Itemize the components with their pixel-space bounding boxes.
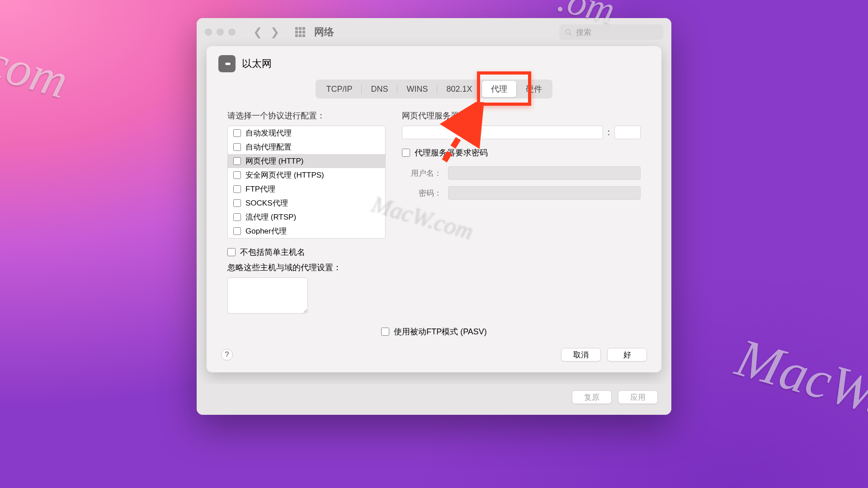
- proxy-port-input[interactable]: [614, 126, 641, 139]
- help-button[interactable]: ?: [221, 349, 233, 361]
- sheet-title: 以太网: [242, 57, 272, 70]
- annotation-arrow-icon: [435, 102, 490, 165]
- watermark: MacW.c: [729, 326, 868, 434]
- apply-button: 应用: [618, 390, 658, 404]
- protocol-list[interactable]: 自动发现代理自动代理配置网页代理 (HTTP)安全网页代理 (HTTPS)FTP…: [227, 126, 386, 239]
- protocol-row[interactable]: 自动发现代理: [228, 126, 385, 140]
- bypass-hosts-input[interactable]: [227, 277, 308, 314]
- protocol-row[interactable]: FTP代理: [228, 182, 385, 196]
- tab-bar: TCP/IPDNSWINS802.1X代理硬件: [218, 80, 650, 99]
- tab-8021x[interactable]: 802.1X: [437, 82, 481, 97]
- protocol-checkbox[interactable]: [233, 185, 241, 193]
- search-icon: [565, 28, 572, 36]
- protocol-label: 自动发现代理: [245, 128, 292, 138]
- protocol-checkbox[interactable]: [233, 213, 241, 221]
- protocol-label: SOCKS代理: [245, 198, 288, 208]
- protocol-row[interactable]: 网页代理 (HTTP): [228, 154, 385, 168]
- annotation-highlight: [477, 71, 531, 106]
- protocol-row[interactable]: 安全网页代理 (HTTPS): [228, 168, 385, 182]
- traffic-lights[interactable]: [205, 28, 236, 36]
- protocol-row[interactable]: Gopher代理: [228, 224, 385, 238]
- exclude-simple-hostnames-checkbox[interactable]: [227, 248, 236, 256]
- tab-dns[interactable]: DNS: [362, 82, 397, 97]
- proxy-host-input[interactable]: [402, 126, 603, 139]
- protocol-label: 安全网页代理 (HTTPS): [245, 170, 324, 180]
- svg-point-0: [566, 29, 570, 34]
- ethernet-icon: •••: [218, 55, 236, 72]
- search-placeholder: 搜索: [576, 27, 591, 38]
- protocol-checkbox[interactable]: [233, 129, 241, 137]
- preferences-window: ❮ ❯ 网络 搜索 ••• 以太网 TCP/IPDNSWINS802.1X代理硬…: [197, 18, 671, 415]
- exclude-simple-hostnames-label: 不包括简单主机名: [240, 247, 305, 258]
- protocol-label: 网页代理 (HTTP): [245, 156, 303, 166]
- watermark: .com: [0, 28, 74, 110]
- revert-button: 复原: [572, 390, 612, 404]
- protocol-checkbox[interactable]: [233, 227, 241, 235]
- search-input[interactable]: 搜索: [559, 24, 663, 40]
- bypass-label: 忽略这些主机与域的代理设置：: [218, 262, 650, 273]
- svg-line-3: [444, 107, 478, 161]
- host-port-separator: :: [608, 128, 610, 137]
- window-title: 网络: [314, 25, 334, 39]
- svg-line-1: [570, 33, 571, 35]
- ok-button[interactable]: 好: [607, 348, 647, 361]
- username-label: 用户名：: [402, 168, 442, 178]
- protocol-row[interactable]: 自动代理配置: [228, 140, 385, 154]
- protocol-select-label: 请选择一个协议进行配置：: [227, 110, 386, 121]
- protocol-label: Gopher代理: [245, 226, 287, 236]
- password-input: [448, 186, 641, 200]
- forward-button[interactable]: ❯: [267, 24, 283, 40]
- passive-ftp-label: 使用被动FTP模式 (PASV): [394, 326, 487, 337]
- passive-ftp-checkbox[interactable]: [381, 328, 389, 336]
- protocol-row[interactable]: SOCKS代理: [228, 196, 385, 210]
- username-input: [448, 166, 641, 180]
- protocol-label: FTP代理: [245, 184, 275, 194]
- protocol-checkbox[interactable]: [233, 171, 241, 179]
- cancel-button[interactable]: 取消: [561, 348, 601, 361]
- show-all-icon[interactable]: [295, 27, 305, 37]
- protocol-label: 自动代理配置: [245, 142, 292, 152]
- protocol-row[interactable]: 流代理 (RTSP): [228, 210, 385, 224]
- window-footer: 复原 应用: [197, 384, 671, 415]
- protocol-checkbox[interactable]: [233, 157, 241, 165]
- protocol-checkbox[interactable]: [233, 143, 241, 151]
- proxy-sheet: ••• 以太网 TCP/IPDNSWINS802.1X代理硬件 请选择一个协议进…: [207, 46, 661, 372]
- tab-tcpip[interactable]: TCP/IP: [317, 82, 361, 97]
- titlebar: ❮ ❯ 网络 搜索: [197, 18, 671, 46]
- protocol-label: 流代理 (RTSP): [245, 212, 296, 222]
- tab-wins[interactable]: WINS: [397, 82, 437, 97]
- back-button[interactable]: ❮: [250, 24, 265, 40]
- password-label: 密码：: [402, 188, 442, 198]
- require-password-checkbox[interactable]: [402, 149, 410, 157]
- protocol-checkbox[interactable]: [233, 199, 241, 207]
